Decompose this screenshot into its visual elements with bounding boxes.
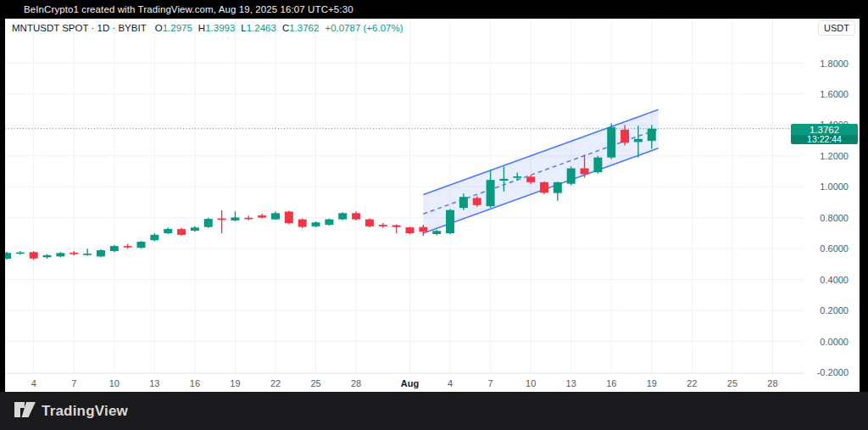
tradingview-logo-icon[interactable] [14, 402, 36, 421]
ohlc-item: +0.0787 (+6.07%) [325, 23, 403, 33]
candle-body-up [271, 213, 280, 219]
candle-body-up [83, 254, 92, 255]
candle-body-down [244, 218, 253, 220]
candles-svg [5, 19, 804, 373]
candle-body-down [473, 198, 481, 204]
candle-body-down [581, 168, 589, 174]
bar-countdown: 13:22:44 [791, 135, 858, 144]
attribution-text: BeInCrypto1 created with TradingView.com… [24, 4, 353, 14]
candle-body-down [258, 215, 266, 218]
candle-body-up [312, 222, 320, 226]
time-tick-label: 10 [526, 374, 536, 393]
candle-body-down [70, 253, 78, 254]
time-tick-label: 28 [767, 374, 777, 393]
candle-body-up [607, 127, 615, 158]
candlestick-plot[interactable] [5, 19, 804, 373]
ohlc-item-value: 1.2975 [163, 23, 192, 33]
candle-body-up [325, 220, 333, 225]
price-tick-label: 0.6000 [820, 243, 849, 254]
time-tick-label: Aug [401, 374, 419, 393]
candle-body-up [16, 253, 25, 254]
price-axis[interactable]: USDT 1.80001.60001.40001.20001.00000.800… [804, 19, 860, 392]
candle-body-up [513, 176, 521, 178]
candle-body-down [298, 220, 307, 227]
candle-body-down [526, 176, 535, 182]
symbol-title[interactable]: MNTUSDT SPOT · 1D · BYBIT [12, 23, 147, 33]
candle-body-down [379, 225, 387, 226]
candle-body-up [446, 210, 454, 233]
price-tick-label: 1.8000 [820, 58, 849, 70]
price-tick-label: 1.0000 [820, 181, 849, 193]
chart-area[interactable]: MNTUSDT SPOT · 1D · BYBITO1.2975H1.3993L… [5, 19, 860, 392]
time-tick-label: 13 [149, 374, 159, 393]
ohlc-item-value: 1.3993 [205, 23, 235, 33]
candle-body-up [648, 129, 656, 141]
ohlc-item: L1.2463 [241, 23, 276, 33]
time-tick-label: 22 [687, 374, 697, 393]
price-tick-label: 0.2000 [820, 304, 849, 316]
attribution-bar: BeInCrypto1 created with TradingView.com… [0, 0, 868, 19]
candle-body-up [231, 217, 239, 220]
price-tick-label: 0.8000 [820, 212, 849, 224]
candle-body-up [97, 250, 105, 256]
candle-body-up [204, 219, 213, 227]
candle-body-down [365, 220, 374, 226]
candle-body-up [459, 197, 468, 208]
candle-body-up [150, 235, 159, 240]
candle-body-up [432, 231, 441, 234]
time-tick-label: 4 [31, 374, 36, 393]
ohlc-item-letter: C [282, 23, 289, 33]
price-tick-label: 0.4000 [820, 274, 849, 286]
candle-body-down [406, 227, 415, 233]
candle-body-down [392, 226, 401, 227]
price-tick-label: 0.0000 [820, 336, 849, 348]
candle-body-down [30, 252, 38, 258]
candle-body-up [110, 246, 119, 251]
currency-button[interactable]: USDT [818, 20, 855, 36]
ohlc-item-letter: H [198, 23, 205, 33]
candle-body-down [352, 213, 360, 219]
footer-bar: TradingView [0, 392, 868, 430]
time-tick-label: 25 [310, 374, 320, 393]
ohlc-values: O1.2975H1.3993L1.2463C1.3762+0.0787 (+6.… [155, 23, 409, 33]
ohlc-item-value: 1.2463 [247, 23, 276, 33]
time-tick-label: 19 [647, 374, 657, 393]
candle-body-down [177, 229, 186, 235]
price-tick-label: 1.2000 [820, 150, 849, 162]
time-tick-label: 13 [566, 374, 576, 393]
candle-body-down [540, 182, 548, 193]
ohlc-item-value: 1.3762 [289, 23, 319, 33]
candle-body-up [567, 168, 576, 183]
ohlc-item-value: +0.0787 (+6.07%) [325, 23, 403, 33]
candle-body-up [634, 139, 643, 142]
tradingview-wordmark[interactable]: TradingView [42, 403, 128, 420]
time-tick-label: 25 [727, 374, 737, 393]
time-tick-label: 7 [488, 374, 493, 393]
last-price-label: 1.3762 13:22:44 [791, 124, 858, 144]
time-axis[interactable]: 4710131619222528Aug4710131619222528 [5, 373, 804, 392]
time-tick-label: 22 [270, 374, 281, 393]
time-tick-label: 28 [351, 374, 361, 393]
candle-body-up [593, 158, 602, 172]
candle-body-down [419, 227, 427, 232]
time-tick-label: 19 [230, 374, 240, 393]
ohlc-item: H1.3993 [198, 23, 236, 33]
candle-body-up [43, 255, 52, 257]
time-tick-label: 4 [448, 374, 453, 393]
time-tick-label: 10 [109, 374, 120, 393]
price-tick-label: -0.2000 [817, 366, 849, 378]
candle-body-up [191, 227, 199, 231]
candle-body-up [338, 213, 347, 219]
candle-body-up [164, 229, 172, 233]
ohlc-item-letter: O [155, 23, 163, 33]
ohlc-item: O1.2975 [155, 23, 192, 33]
candle-body-up [487, 180, 495, 206]
chart-legend: MNTUSDT SPOT · 1D · BYBITO1.2975H1.3993L… [12, 23, 409, 33]
candle-body-up [5, 253, 11, 259]
candle-body-down [285, 212, 293, 224]
ohlc-item: C1.3762 [282, 23, 320, 33]
time-tick-label: 16 [190, 374, 200, 393]
candle-body-up [554, 182, 562, 193]
candle-body-down [218, 219, 226, 221]
candle-body-up [56, 253, 64, 256]
